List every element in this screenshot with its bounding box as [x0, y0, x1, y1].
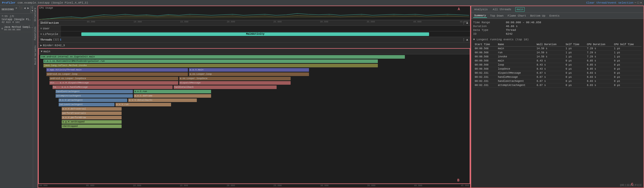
lifecycle-track-row: ≡ Lifecycle MainActivity [38, 31, 470, 37]
sub-tab-top-down[interactable]: Top Down [489, 14, 505, 18]
clear-thread-link[interactable]: Clear thread/event selection [586, 1, 634, 4]
bottom-axis: 00.000 05.000 10.000 15.000 20.000 25.00… [38, 184, 470, 187]
java-method-time: 00:00:00.000 [4, 29, 35, 31]
table-row: 00:02.331handleAttachAgent6.67 s0 μs6.03… [473, 79, 641, 83]
longest-events-label: ▼ Longest running events (top 10) [473, 38, 529, 41]
maximize-icon[interactable]: □ [637, 1, 639, 5]
analysis-tab-all-threads[interactable]: All threads [492, 7, 512, 11]
sub-tab-events[interactable]: Events [548, 14, 561, 18]
table-row: 00:00.568invoke14.59 s1 μs7.29 s1 μs [473, 55, 641, 59]
main-activity-bar: MainActivity [81, 32, 429, 36]
lifecycle-track-bar: MainActivity [61, 31, 470, 37]
table-cell: 6.67 s [535, 83, 564, 87]
threads-menu-icon[interactable]: ⋮ [462, 38, 465, 42]
java-method-item[interactable]: ⚙ Java Method Sampl... 00:00:00.000 [0, 25, 33, 32]
id-key: ID [473, 32, 504, 35]
analysis-tab-main[interactable]: main [515, 7, 524, 12]
favorites-tab[interactable]: Favorites [34, 27, 37, 40]
flame-row: java.lang.reflect.Method.invoke [40, 64, 469, 68]
build-variants-tab[interactable]: Build Variants [34, 45, 37, 65]
flame-bar: dis... a.o.H.dispatchMessage [49, 81, 178, 85]
sessions-label: SESSIONS [2, 8, 14, 11]
col-wall-duration: Wall Duration [535, 43, 564, 47]
flame-row: android.os.Looper.loop a.os.Looper.loop [40, 72, 469, 76]
table-cell: 6.03 s [585, 83, 612, 87]
flame-main-icon: ▼ [41, 50, 43, 53]
forward-icon[interactable]: ▶ [27, 6, 30, 12]
minimize-icon[interactable]: − [634, 1, 636, 5]
events-table: Start Time Name Wall Duration Self Time … [473, 43, 641, 87]
cpu-chart-svg [39, 10, 469, 20]
structure-tab[interactable]: Structure [34, 8, 37, 21]
binder-expand-icon[interactable]: ▶ [40, 44, 42, 47]
session-item[interactable]: 7:55 上午 testapp (Google Pixel_4... 42 mi… [0, 14, 33, 25]
table-cell: 6.03 s [585, 75, 612, 79]
flame-row: dis... a.o.H.dispatchMessage dispatchMes… [40, 81, 469, 85]
cpu-usage-label: CPU Usage [39, 7, 53, 9]
back-icon[interactable]: ◀ [23, 6, 26, 12]
table-cell: 00:02.331 [473, 75, 496, 79]
analysis-tab-analysis[interactable]: Analysis [473, 7, 489, 11]
flame-bar: a.a.A.main [189, 68, 309, 72]
table-cell: 6.85 s [585, 59, 612, 63]
flame-bar: android.os.Looper.loopOnce [49, 77, 178, 80]
flame-main-label: main [44, 50, 50, 53]
threads-info-icon[interactable]: ℹ [60, 38, 61, 41]
table-cell: 8.43 s [535, 67, 564, 71]
data-type-val: Thread [506, 29, 641, 32]
table-cell: 7.29 s [585, 47, 612, 51]
table-cell: 1 μs [612, 55, 641, 59]
session-time: 7:55 上午 [2, 15, 31, 18]
sub-tab-bottom-up[interactable]: Bottom Up [529, 14, 546, 18]
table-row: 00:00.568loop8.43 s0 μs6.85 s0 μs [473, 63, 641, 67]
table-cell: 00:00.568 [473, 51, 496, 55]
cpu-usage-area: CPU Usage 00.000 05.000 10.000 15.000 20… [38, 6, 470, 20]
flame-bar: java.lang.reflect.Method.invoke [43, 64, 378, 67]
binder-row: ▶ Binder:6242_3 [38, 43, 470, 48]
analysis-header: Analysis All threads main [471, 6, 643, 13]
flame-bar: c.a.i.os.RuntimeInit$MethodAndArgsCaller… [43, 59, 378, 63]
table-cell: 00:00.568 [473, 55, 496, 59]
title-bar: Profiler com.example.testapp (Google Pix… [0, 0, 644, 6]
binder-label: Binder:6242_3 [43, 44, 65, 47]
events-table-header-row: Start Time Name Wall Duration Self Time … [473, 43, 641, 47]
table-cell: 6.85 s [585, 63, 612, 67]
flame-bar: nSetStopped [62, 124, 122, 128]
lifecycle-track-icon: ≡ [40, 33, 42, 36]
flame-bar: a.v.V.performDraw [62, 116, 122, 119]
flame-bar: dispatchMessage [179, 81, 291, 85]
table-cell: 00:00.568 [473, 67, 496, 71]
table-cell: 0 μs [564, 75, 585, 79]
table-cell: 0 μs [612, 71, 641, 75]
threads-collapse-icon[interactable]: ▲ [466, 38, 468, 42]
sessions-header: SESSIONS + ⬛ ◀ ▶ CPU ◀ ▼ [0, 6, 33, 14]
flame-bar: handleAttachAgent [56, 90, 133, 93]
col-self-time: Self Time [564, 43, 585, 47]
panel-c-label: C [631, 182, 633, 186]
add-session-icon[interactable]: + [15, 6, 18, 12]
flame-content: com.android.internal.os.ZygoteInit.main … [39, 54, 470, 183]
flame-bar: a.v.C.run [134, 90, 211, 93]
table-cell: 00:02.331 [473, 83, 496, 87]
table-cell: 14.59 s [535, 55, 564, 59]
threads-count: (12) [53, 38, 59, 41]
flame-header: ▼ main [39, 49, 470, 54]
main-activity-text: MainActivity [246, 33, 264, 35]
panel-b-label: B [457, 178, 459, 182]
sub-tab-flame-chart[interactable]: Flame Chart [507, 14, 527, 18]
table-cell: main [496, 47, 535, 51]
center-panel: A CPU Usage 00.000 05.000 10.000 15.000 … [38, 6, 471, 188]
flame-rows: com.android.internal.os.ZygoteInit.main … [39, 54, 470, 129]
flame-bar: d.s.V.attachAgent [59, 98, 127, 102]
close-icon[interactable]: ✕ [640, 1, 642, 5]
flame-bar: a.v.V.run [115, 103, 171, 106]
table-cell: 6.67 s [535, 71, 564, 75]
table-cell: 0 μs [564, 67, 585, 71]
table-cell: 0 μs [612, 63, 641, 67]
user-track-name: User [43, 27, 61, 30]
stop-session-icon[interactable]: ⬛ [19, 6, 23, 12]
flame-bar: attemptAttachAgent [56, 94, 133, 98]
flame-row: c.a.i.os.RuntimeInit$MethodAndArgsCaller… [40, 59, 469, 63]
sub-tab-summary[interactable]: Summary [473, 14, 487, 18]
user-track-icon: ≡ [40, 27, 42, 30]
